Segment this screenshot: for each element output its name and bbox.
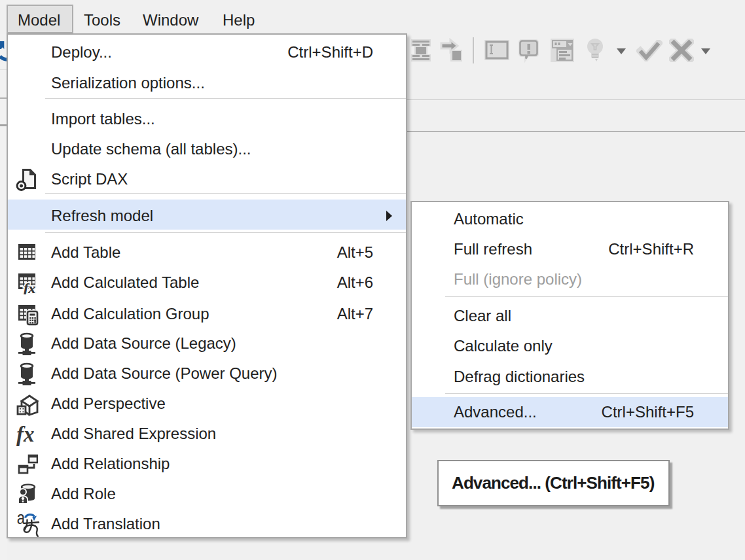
svg-text:a: a xyxy=(17,510,26,527)
svg-text:fx: fx xyxy=(16,423,35,446)
svg-text:fx: fx xyxy=(24,280,35,294)
